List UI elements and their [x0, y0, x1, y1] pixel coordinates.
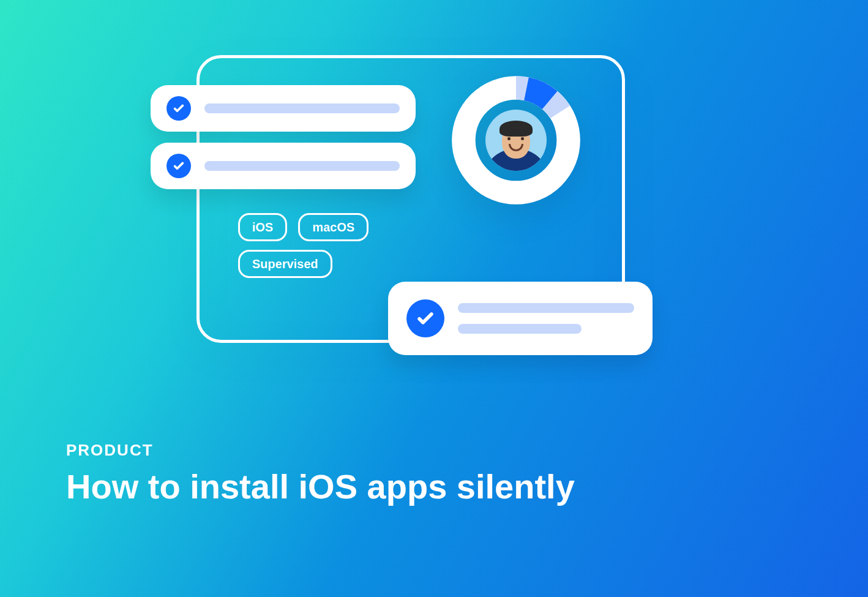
caption-kicker: PRODUCT	[66, 441, 575, 460]
tag-supervised: Supervised	[238, 250, 332, 278]
caption: PRODUCT How to install iOS apps silently	[66, 441, 575, 505]
hero-stage: iOS macOS Supervised PRODUCT How to inst…	[0, 0, 868, 597]
placeholder-bar	[458, 303, 634, 313]
checklist-item	[151, 85, 416, 132]
avatar	[485, 110, 547, 171]
placeholder-bar	[458, 324, 582, 334]
placeholder-bar	[204, 103, 400, 113]
tag-group: iOS macOS Supervised	[238, 213, 416, 278]
tag-ios: iOS	[238, 213, 287, 241]
check-icon	[166, 96, 191, 121]
checklist-item	[151, 143, 416, 189]
tag-macos: macOS	[298, 213, 369, 241]
check-icon	[166, 154, 191, 178]
check-icon	[406, 299, 444, 337]
placeholder-bar	[204, 161, 400, 171]
caption-title: How to install iOS apps silently	[66, 468, 575, 505]
profile-progress	[451, 75, 582, 206]
checklist-item-large	[388, 282, 653, 355]
placeholder-lines	[458, 303, 634, 334]
